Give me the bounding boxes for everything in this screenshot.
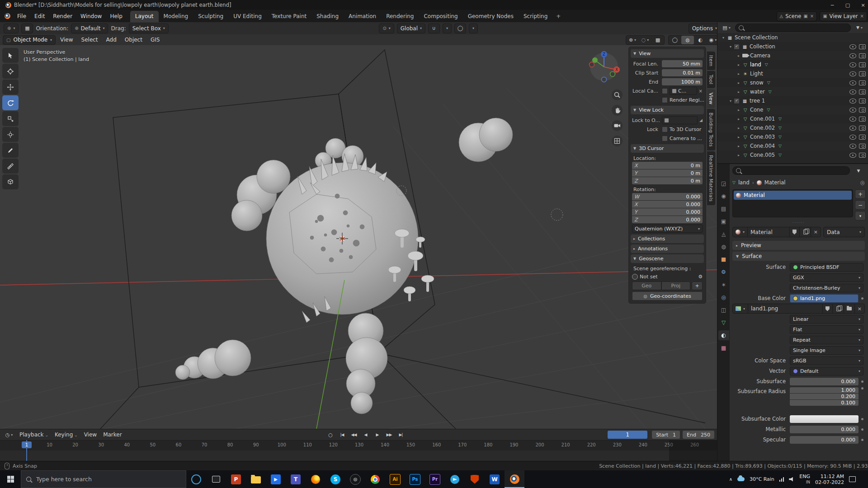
rotation-mode-dropdown[interactable]: Quaternion (WXYZ)▾	[632, 225, 703, 233]
pan-hand-icon[interactable]	[612, 105, 623, 116]
tab-output-properties[interactable]: ▤	[718, 204, 729, 214]
frame-end-field[interactable]: End 250	[683, 431, 714, 439]
tool-measure[interactable]	[2, 159, 19, 174]
cursor-rotation-field[interactable]: Z0.000	[632, 216, 703, 223]
scene-selector[interactable]: ◬ Scene ▣ ×	[777, 11, 817, 21]
outliner-row-scene-collection[interactable]: ▾▦ Scene Collection	[717, 33, 868, 42]
clip-start-field[interactable]: 0.01 m	[662, 69, 703, 76]
timeline-tracks[interactable]	[0, 450, 717, 462]
grid-snap-button[interactable]: ▦	[21, 23, 33, 33]
copy-image-button[interactable]	[832, 304, 844, 313]
remove-slot-button[interactable]: −	[855, 200, 866, 210]
tab-object-data-properties[interactable]: ▽	[718, 318, 729, 328]
illustrator-icon[interactable]: Ai	[385, 470, 405, 488]
tool-select-box[interactable]	[2, 48, 19, 63]
list-resize-grip[interactable]: ······	[732, 221, 865, 225]
outliner-row-tree1[interactable]: ▾✓▦ tree 1	[717, 96, 868, 105]
cursor-rotation-field[interactable]: W0.000	[632, 193, 703, 200]
unlink-material-button[interactable]: ×	[811, 227, 821, 237]
disable-render-toggle[interactable]	[859, 117, 866, 122]
hide-viewport-toggle[interactable]	[849, 44, 856, 49]
menu-item[interactable]: Edit	[30, 13, 49, 19]
preview-section-header[interactable]: ▸Preview	[732, 241, 865, 250]
cursor-location-field[interactable]: Y0 m	[632, 169, 703, 177]
image-name-field[interactable]: land1.png	[748, 304, 822, 313]
outliner-search-input[interactable]	[746, 24, 847, 31]
breadcrumb-object[interactable]: land	[738, 179, 750, 186]
mode-dropdown[interactable]: ▢ Object Mode ▾	[3, 35, 56, 45]
current-frame-field[interactable]: 1	[608, 431, 647, 439]
outliner-row-light[interactable]: ▸☀ Light	[717, 69, 868, 78]
chrome-icon[interactable]	[365, 470, 385, 488]
workspace-tab[interactable]: Shading	[311, 11, 344, 22]
disable-render-toggle[interactable]	[859, 135, 866, 140]
workspace-tab[interactable]: Rendering	[381, 11, 419, 22]
outliner-row-cone003[interactable]: ▸▽ Cone.003 ▽	[717, 132, 868, 141]
photoshop-icon[interactable]: Ps	[405, 470, 425, 488]
play-button[interactable]: ▶	[372, 431, 382, 439]
hide-viewport-toggle[interactable]	[849, 80, 856, 85]
subsurface-color-swatch[interactable]	[790, 415, 859, 423]
workspace-tab[interactable]: Scripting	[519, 11, 552, 22]
vector-field[interactable]: Default▾	[790, 367, 863, 375]
menu-item[interactable]: File	[13, 13, 30, 19]
disable-render-toggle[interactable]	[859, 53, 866, 58]
browse-material-dropdown[interactable]: ▾	[733, 227, 747, 237]
material-name-field[interactable]: Material	[747, 227, 789, 237]
view-layer-selector[interactable]: ▣ View Layer ×	[820, 11, 867, 21]
lock-object-field[interactable]	[662, 116, 698, 124]
workspace-tab[interactable]: Modeling	[159, 11, 193, 22]
proportional-editing-dropdown[interactable]: ▾	[469, 23, 478, 33]
annotations-section-header[interactable]: ▸Annotations	[631, 244, 704, 253]
collection-checkbox[interactable]: ✓	[734, 44, 740, 50]
tab-material-properties[interactable]: ◐	[718, 330, 729, 340]
disable-render-toggle[interactable]	[859, 44, 866, 49]
workspace-tab[interactable]: Animation	[344, 11, 381, 22]
jump-to-end-button[interactable]: ▶|	[395, 431, 406, 439]
subsurface-radius-field[interactable]: 0.100	[790, 400, 859, 406]
disable-render-toggle[interactable]	[859, 144, 866, 149]
tool-scale[interactable]	[2, 111, 19, 126]
workspace-tab[interactable]: Geometry Nodes	[463, 11, 519, 22]
breadcrumb-material[interactable]: Material	[764, 179, 786, 186]
minimize-button[interactable]: ─	[825, 0, 840, 10]
hide-viewport-toggle[interactable]	[849, 71, 856, 76]
disable-render-toggle[interactable]	[859, 99, 866, 103]
tray-expand-icon[interactable]: ∧	[729, 477, 732, 482]
clear-camera-icon[interactable]: ×	[699, 89, 703, 94]
pin-icon[interactable]: ◎	[860, 179, 865, 186]
disable-render-toggle[interactable]	[859, 89, 866, 94]
tab-tool-properties[interactable]: ◲	[718, 178, 729, 188]
proj-button[interactable]: Proj	[661, 282, 691, 290]
tab-building-tools[interactable]: Building Tools	[707, 109, 715, 150]
tab-constraint-properties[interactable]: ◫	[718, 305, 729, 315]
outliner-row-cone[interactable]: ▸▽ Cone ▽	[717, 105, 868, 114]
network-icon[interactable]	[779, 477, 784, 482]
gizmos-dropdown[interactable]: ⊕▾	[626, 36, 639, 44]
tool-rotate[interactable]	[2, 95, 19, 110]
auto-key-toggle[interactable]: ○	[325, 431, 335, 439]
tool-transform[interactable]	[2, 127, 19, 142]
timeline-menu-item[interactable]: Playback	[16, 432, 52, 438]
tab-texture-properties[interactable]: ▦	[718, 343, 729, 353]
source-dropdown[interactable]: Single Image▾	[790, 346, 863, 355]
shading-wireframe-button[interactable]: ◯	[669, 36, 681, 44]
tab-modifier-properties[interactable]: ⚙	[718, 267, 729, 277]
teams-icon[interactable]: T	[286, 470, 306, 488]
gear-icon[interactable]: ⚙	[698, 274, 703, 280]
disable-render-toggle[interactable]	[859, 80, 866, 85]
properties-search-input[interactable]	[743, 167, 846, 174]
skype-icon[interactable]: S	[326, 470, 345, 488]
jump-to-start-button[interactable]: |◀	[336, 431, 347, 439]
slot-specials-button[interactable]: ▾	[855, 211, 866, 221]
fake-user-button[interactable]	[789, 227, 799, 237]
cortana-icon[interactable]	[186, 470, 206, 488]
tab-scene-properties[interactable]: ◬	[718, 229, 729, 239]
workspace-tab[interactable]: Texture Paint	[267, 11, 311, 22]
add-crs-button[interactable]: +	[692, 282, 703, 290]
color-space-dropdown[interactable]: sRGB▾	[790, 357, 863, 365]
next-keyframe-button[interactable]: ▶▶	[383, 431, 394, 439]
tool-annotate[interactable]	[2, 143, 19, 158]
taskbar-search-input[interactable]	[35, 475, 181, 483]
view-section-header[interactable]: ▼View	[631, 49, 704, 58]
